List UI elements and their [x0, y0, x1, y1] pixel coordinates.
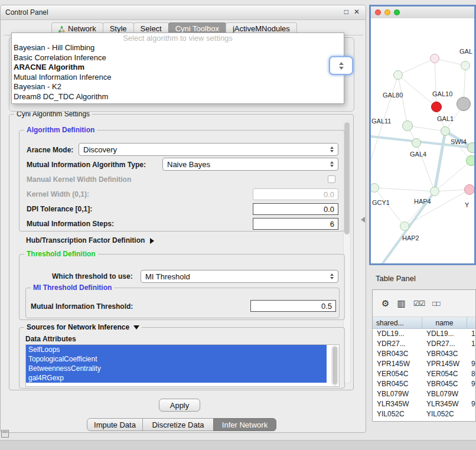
network-node-label: GAL80 — [383, 92, 403, 99]
floating-panel-icon[interactable] — [1, 430, 9, 438]
algorithm-option-bayesian-hill-climbing[interactable]: Bayesian - Hill Climbing — [12, 43, 344, 53]
table-row[interactable]: YPR145WYPR145W9. — [373, 359, 475, 369]
network-node[interactable] — [466, 155, 474, 166]
algorithm-option-bayesian-k2[interactable]: Bayesian - K2 — [12, 82, 344, 92]
algorithm-combo-stepper[interactable] — [329, 56, 353, 75]
network-node-hap4[interactable] — [430, 187, 439, 196]
attribute-item-selfloops[interactable]: SelfLoops — [26, 345, 327, 354]
mi-steps-label: Mutual Information Steps: — [27, 220, 114, 228]
network-node-gal1[interactable] — [441, 126, 450, 136]
algorithm-option-basic-correlation-inference[interactable]: Basic Correlation Inference — [12, 53, 344, 63]
table-cell: YLR345W — [422, 399, 467, 409]
control-panel-titlebar[interactable]: Control Panel □ ✕ — [1, 5, 366, 20]
algorithm-option-dream8-dc-tdc-algorithm[interactable]: Dream8 DC_TDC Algorithm — [12, 92, 344, 102]
attribute-item-topologicalcoefficient[interactable]: TopologicalCoefficient — [26, 354, 327, 364]
mi-algorithm-type-value: Naive Bayes — [167, 160, 210, 169]
table-cell: YER054C — [373, 369, 422, 379]
table-cell: YDL19... — [422, 329, 467, 339]
traffic-light-zoom-icon[interactable] — [394, 9, 400, 15]
attribute-item-betweennesscentrality[interactable]: BetweennessCentrality — [26, 364, 327, 373]
tab-impute-data[interactable]: Impute Data — [87, 418, 143, 431]
network-node-label: GCY1 — [372, 199, 390, 206]
table-row[interactable]: YBR043CYBR043C — [373, 349, 475, 359]
hub-section-toggle[interactable]: Hub/Transcription Factor Definition — [26, 236, 154, 244]
network-node[interactable] — [457, 97, 471, 111]
aracne-mode-select[interactable]: Discovery — [79, 143, 338, 156]
table-row[interactable]: YIL052CYIL052C — [373, 409, 475, 419]
table-cell — [467, 409, 475, 419]
select-all-icon[interactable]: ☑☑ — [413, 299, 425, 308]
mi-threshold-group: MI Threshold Definition Mutual Informati… — [25, 288, 340, 318]
table-cell — [467, 349, 475, 359]
network-node-gal4[interactable] — [412, 138, 421, 148]
table-cell: YDL19... — [373, 329, 422, 339]
algorithm-option-aracne-algorithm[interactable]: ARACNE Algorithm — [12, 63, 344, 73]
stepper-up-icon — [339, 62, 344, 65]
settings-gear-icon[interactable]: ⚙ — [382, 298, 389, 309]
network-node-gal11[interactable] — [402, 120, 413, 131]
table-cell: 13 — [467, 329, 475, 339]
network-tab-icon — [58, 26, 65, 32]
table-row[interactable]: YER054CYER054C8. — [373, 369, 475, 379]
float-window-icon[interactable]: □ — [344, 8, 348, 16]
table-row[interactable]: YBL079WYBL079W — [373, 389, 475, 399]
network-node-swi4[interactable] — [467, 142, 474, 153]
stepper-down-icon — [339, 67, 344, 70]
network-node-gal[interactable] — [461, 61, 470, 70]
network-node-label: SWI4 — [451, 138, 467, 145]
expand-right-icon[interactable] — [150, 238, 154, 244]
network-canvas[interactable]: GAL80GALGAL10GAL11GAL1SWI4GAL4HAP4YGCY1H… — [371, 18, 474, 263]
combo-arrows-icon — [327, 146, 334, 152]
window-title: Control Panel — [5, 8, 48, 17]
table-cell: YPR145W — [422, 359, 467, 369]
table-cell: YPR145W — [373, 359, 422, 369]
dpi-tolerance-input[interactable]: 0.0 — [253, 203, 338, 215]
table-cell: YBL079W — [373, 389, 422, 399]
traffic-light-minimize-icon[interactable] — [384, 9, 390, 15]
network-node-y[interactable] — [464, 184, 474, 195]
settings-scrollbar-thumb[interactable] — [344, 122, 350, 234]
table-column-header-1[interactable]: name — [422, 317, 467, 329]
sources-group: Sources for Network Inference Data Attri… — [19, 327, 345, 389]
table-row[interactable]: YDL19...YDL19...13 — [373, 329, 475, 339]
table-panel-window: ⚙▥☑☑□□ shared...name YDL19...YDL19...13Y… — [372, 289, 476, 422]
network-node[interactable] — [430, 54, 439, 63]
table-row[interactable]: YBR045CYBR045C9. — [373, 379, 475, 389]
table-column-header-0[interactable]: shared... — [373, 317, 422, 329]
manual-kernel-label: Manual Kernel Width Definition — [27, 175, 131, 184]
table-row[interactable]: YDR27...YDR27...12 — [373, 339, 475, 349]
mi-algorithm-type-select[interactable]: Naive Bayes — [162, 158, 338, 171]
close-window-icon[interactable]: ✕ — [354, 8, 360, 16]
data-attributes-label: Data Attributes — [25, 335, 76, 343]
table-cell: 9. — [467, 399, 475, 409]
manual-kernel-checkbox[interactable] — [328, 175, 335, 183]
tab-discretize-data[interactable]: Discretize Data — [142, 418, 214, 431]
table-row[interactable]: YLR345WYLR345W9. — [373, 399, 475, 409]
expand-down-icon[interactable] — [133, 325, 139, 330]
network-node-gal10[interactable] — [431, 102, 442, 112]
attributes-scrollbar-thumb[interactable] — [332, 347, 337, 384]
data-attributes-list[interactable]: SelfLoopsTopologicalCoefficientBetweenne… — [25, 344, 340, 387]
network-node-label: HAP4 — [414, 198, 431, 205]
apply-button[interactable]: Apply — [159, 399, 200, 412]
sources-toggle[interactable]: Sources for Network Inference — [24, 323, 142, 331]
algorithm-option-mutual-information-inference[interactable]: Mutual Information Inference — [12, 73, 344, 83]
network-node-gal80[interactable] — [393, 70, 403, 80]
table-column-header-2[interactable] — [467, 317, 476, 329]
mi-threshold-input[interactable]: 0.5 — [250, 300, 336, 312]
network-view-window: GAL80GALGAL10GAL11GAL1SWI4GAL4HAP4YGCY1H… — [369, 5, 476, 265]
which-threshold-select[interactable]: MI Threshold — [141, 270, 338, 283]
panel-collapse-arrow[interactable] — [361, 217, 365, 223]
tab-infer-network[interactable]: Infer Network — [213, 418, 276, 431]
deselect-all-icon[interactable]: □□ — [432, 299, 440, 308]
attributes-scrollbar[interactable] — [331, 345, 338, 386]
network-node-hap2[interactable] — [400, 221, 409, 231]
traffic-light-close-icon[interactable] — [375, 9, 381, 15]
mi-steps-value: 6 — [330, 220, 334, 229]
network-window-titlebar[interactable] — [371, 6, 474, 19]
attribute-item-gal4rgexp[interactable]: gal4RGexp — [26, 373, 327, 383]
column-layout-icon[interactable]: ▥ — [397, 298, 405, 309]
network-node-label: GAL11 — [371, 118, 391, 125]
mi-steps-input[interactable]: 6 — [253, 218, 338, 230]
kernel-width-input[interactable]: 0.0 — [253, 188, 338, 200]
